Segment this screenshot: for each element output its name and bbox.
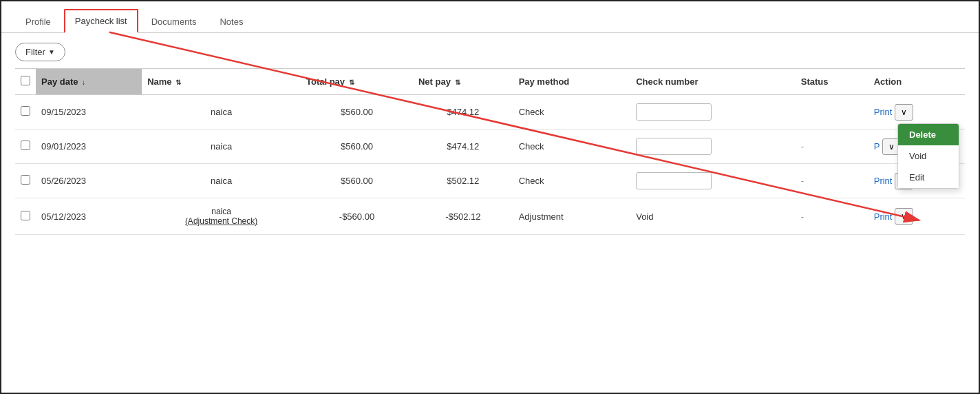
- header-select: [15, 69, 36, 95]
- filter-label: Filter: [25, 47, 45, 57]
- row3-check-number-cell: [630, 164, 796, 198]
- row3-print-link[interactable]: Print: [874, 176, 893, 186]
- row4-dropdown-button[interactable]: ∨: [895, 208, 913, 225]
- header-total-pay-label: Total pay: [306, 76, 345, 87]
- row1-dropdown-chevron-icon: ∨: [901, 107, 907, 117]
- row3-status: -: [796, 164, 869, 198]
- table-row: 09/01/2023 naica $560.00 $474.12 Check -…: [15, 129, 965, 164]
- row4-print-link[interactable]: Print: [874, 211, 893, 222]
- filter-arrow-icon: ▼: [48, 48, 55, 56]
- row1-dropdown-menu: Delete Void Edit: [897, 123, 959, 189]
- row1-action-container: Print ∨ Delete Void Edit: [874, 104, 959, 121]
- row4-select-cell: [15, 198, 36, 235]
- name-sort-icon: ⇅: [175, 79, 181, 86]
- row1-edit-menu-item[interactable]: Edit: [898, 167, 959, 188]
- row4-dropdown-chevron-icon: ∨: [901, 211, 907, 221]
- row2-name: naica: [142, 129, 301, 164]
- net-pay-sort-icon: ⇅: [455, 79, 460, 86]
- row4-status: -: [796, 198, 869, 235]
- header-check-number-label: Check number: [636, 76, 698, 87]
- tab-bar: Profile Paycheck list Documents Notes: [1, 1, 979, 33]
- header-name[interactable]: Name ⇅: [142, 69, 301, 95]
- header-action: Action: [869, 69, 965, 95]
- header-name-label: Name: [147, 76, 171, 87]
- row1-void-menu-item[interactable]: Void: [898, 145, 959, 167]
- header-status-label: Status: [801, 76, 829, 87]
- row3-total-pay: $560.00: [301, 164, 413, 198]
- paycheck-table-container: Pay date ↓ Name ⇅ Total pay ⇅ Net pay ⇅: [1, 68, 979, 235]
- row3-pay-date: 05/26/2023: [36, 164, 142, 198]
- row1-dropdown-button[interactable]: ∨: [895, 104, 913, 121]
- row2-pay-date: 09/01/2023: [36, 129, 142, 164]
- table-header-row: Pay date ↓ Name ⇅ Total pay ⇅ Net pay ⇅: [15, 69, 965, 95]
- row4-pay-method: Adjustment: [513, 198, 631, 235]
- tab-paycheck-list[interactable]: Paycheck list: [64, 9, 138, 33]
- row1-select-cell: [15, 95, 36, 129]
- row2-check-number-cell: [630, 129, 796, 164]
- row4-name-text: naica: [211, 207, 231, 216]
- row2-select-cell: [15, 129, 36, 164]
- row4-name: naica (Adjustment Check): [142, 198, 301, 235]
- tab-profile[interactable]: Profile: [15, 10, 61, 33]
- row4-name-sub: (Adjustment Check): [185, 216, 257, 226]
- row3-checkbox[interactable]: [21, 175, 30, 185]
- row2-pay-method: Check: [513, 129, 631, 164]
- filter-button[interactable]: Filter ▼: [15, 43, 65, 61]
- header-total-pay[interactable]: Total pay ⇅: [301, 69, 413, 95]
- row3-check-number-input[interactable]: [636, 172, 712, 189]
- header-status: Status: [796, 69, 869, 95]
- row2-status: -: [796, 129, 869, 164]
- main-container: Profile Paycheck list Documents Notes Fi…: [0, 0, 980, 394]
- row3-name: naica: [142, 164, 301, 198]
- row4-total-pay: -$560.00: [301, 198, 413, 235]
- header-pay-method: Pay method: [513, 69, 631, 95]
- tab-documents[interactable]: Documents: [141, 10, 207, 33]
- paycheck-table: Pay date ↓ Name ⇅ Total pay ⇅ Net pay ⇅: [15, 68, 965, 235]
- row2-checkbox[interactable]: [21, 141, 30, 150]
- row1-check-number-cell: [630, 95, 796, 129]
- row4-check-number-cell: Void: [630, 198, 796, 235]
- header-check-number: Check number: [630, 69, 796, 95]
- row2-print-link[interactable]: P: [874, 141, 880, 152]
- row1-net-pay: $474.12: [413, 95, 513, 129]
- row2-net-pay: $474.12: [413, 129, 513, 164]
- row1-delete-menu-item[interactable]: Delete: [898, 124, 959, 145]
- row2-dropdown-chevron-icon: ∨: [888, 142, 895, 152]
- row1-print-link[interactable]: Print: [874, 107, 893, 117]
- row1-action-cell: Print ∨ Delete Void Edit: [869, 95, 965, 129]
- row4-action-container: Print ∨: [874, 208, 959, 225]
- table-row: 05/26/2023 naica $560.00 $502.12 Check -…: [15, 164, 965, 198]
- row1-check-number-input[interactable]: [636, 103, 712, 121]
- select-all-checkbox[interactable]: [21, 76, 30, 85]
- row2-total-pay: $560.00: [301, 129, 413, 164]
- row3-pay-method: Check: [513, 164, 631, 198]
- row1-status: [796, 95, 869, 129]
- tab-notes[interactable]: Notes: [209, 10, 253, 33]
- header-net-pay[interactable]: Net pay ⇅: [413, 69, 513, 95]
- row4-action-cell: Print ∨: [869, 198, 965, 235]
- row3-select-cell: [15, 164, 36, 198]
- header-action-label: Action: [874, 76, 902, 87]
- row1-total-pay: $560.00: [301, 95, 413, 129]
- row4-pay-date: 05/12/2023: [36, 198, 142, 235]
- header-net-pay-label: Net pay: [418, 76, 451, 87]
- row2-check-number-input[interactable]: [636, 138, 712, 155]
- table-row: 05/12/2023 naica (Adjustment Check) -$56…: [15, 198, 965, 235]
- toolbar: Filter ▼: [1, 33, 979, 68]
- table-row: 09/15/2023 naica $560.00 $474.12 Check P…: [15, 95, 965, 129]
- header-pay-method-label: Pay method: [519, 76, 570, 87]
- row3-net-pay: $502.12: [413, 164, 513, 198]
- row4-net-pay: -$502.12: [413, 198, 513, 235]
- header-pay-date[interactable]: Pay date ↓: [36, 69, 142, 95]
- row4-checkbox[interactable]: [21, 211, 30, 220]
- header-pay-date-label: Pay date: [41, 76, 78, 87]
- pay-date-sort-icon: ↓: [82, 79, 85, 86]
- row1-pay-date: 09/15/2023: [36, 95, 142, 129]
- row1-checkbox[interactable]: [21, 106, 30, 116]
- row1-name: naica: [142, 95, 301, 129]
- row1-pay-method: Check: [513, 95, 631, 129]
- row4-check-number-text: Void: [636, 211, 653, 222]
- total-pay-sort-icon: ⇅: [349, 79, 354, 86]
